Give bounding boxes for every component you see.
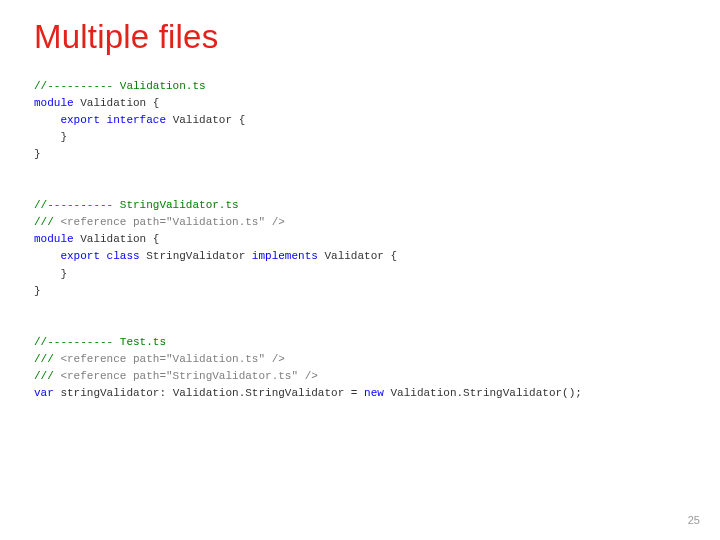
code-keyword: module <box>34 97 74 109</box>
code-text: Validator { <box>318 250 397 262</box>
code-text: Validator { <box>166 114 245 126</box>
code-keyword: export <box>34 250 100 262</box>
code-text: stringValidator: Validation.StringValida… <box>54 387 364 399</box>
code-keyword: export <box>34 114 100 126</box>
code-comment: //---------- Test.ts <box>34 336 166 348</box>
slide: Multiple files //---------- Validation.t… <box>0 0 720 402</box>
code-text: Validation.StringValidator(); <box>384 387 582 399</box>
slide-title: Multiple files <box>34 18 686 56</box>
code-comment: /// <box>34 353 60 365</box>
code-reference: <reference path="Validation.ts" /> <box>60 353 284 365</box>
code-text: StringValidator <box>140 250 252 262</box>
code-text: } <box>34 285 41 297</box>
code-comment: /// <box>34 370 60 382</box>
code-comment: //---------- StringValidator.ts <box>34 199 239 211</box>
code-text: } <box>34 268 67 280</box>
code-text: } <box>34 148 41 160</box>
code-comment: //---------- Validation.ts <box>34 80 206 92</box>
code-text: Validation { <box>74 233 160 245</box>
code-block: //---------- Validation.ts module Valida… <box>34 78 686 402</box>
code-keyword: new <box>364 387 384 399</box>
page-number: 25 <box>688 514 700 526</box>
code-reference: <reference path="StringValidator.ts" /> <box>60 370 317 382</box>
code-keyword: class <box>100 250 140 262</box>
code-keyword: implements <box>252 250 318 262</box>
code-reference: <reference path="Validation.ts" /> <box>60 216 284 228</box>
code-text: Validation { <box>74 97 160 109</box>
code-comment: /// <box>34 216 60 228</box>
code-text: } <box>34 131 67 143</box>
code-keyword: var <box>34 387 54 399</box>
code-keyword: module <box>34 233 74 245</box>
code-keyword: interface <box>100 114 166 126</box>
